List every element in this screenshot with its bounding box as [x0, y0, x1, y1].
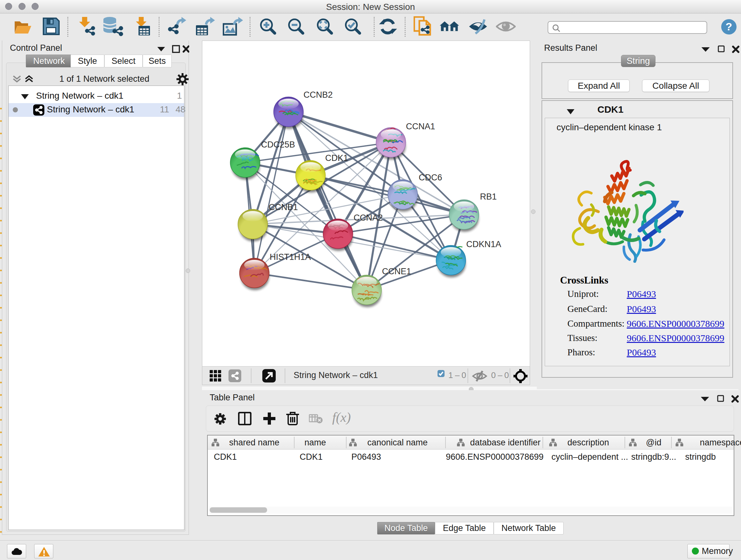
svg-text:CCNE1: CCNE1 — [382, 266, 411, 276]
svg-text:HIST1H1A: HIST1H1A — [270, 252, 311, 262]
svg-text:CDC6: CDC6 — [419, 173, 442, 182]
svg-text:CCNB1: CCNB1 — [269, 202, 298, 212]
svg-text:CDC25B: CDC25B — [261, 140, 295, 149]
svg-text:CCNA1: CCNA1 — [406, 122, 435, 131]
svg-text:CDK1: CDK1 — [325, 153, 348, 163]
svg-text:CCNA2: CCNA2 — [354, 213, 383, 223]
svg-text:RB1: RB1 — [480, 192, 497, 201]
svg-text:CCNB2: CCNB2 — [304, 90, 333, 100]
svg-text:CDKN1A: CDKN1A — [466, 240, 501, 249]
svg-text:?: ? — [726, 20, 732, 33]
